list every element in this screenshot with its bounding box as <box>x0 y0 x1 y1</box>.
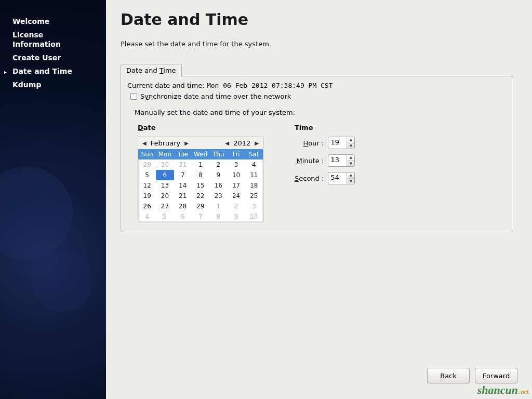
calendar-day-cell[interactable]: 22 <box>192 191 209 201</box>
minute-value[interactable]: 13 <box>328 155 347 166</box>
sync-network-row[interactable]: Synchronize date and time over the netwo… <box>130 92 507 100</box>
calendar-day-cell[interactable]: 25 <box>245 191 263 201</box>
page-title: Date and Time <box>121 10 517 29</box>
calendar-day-cell[interactable]: 18 <box>245 180 263 191</box>
calendar-day-cell[interactable]: 17 <box>227 180 245 191</box>
calendar-day-cell[interactable]: 20 <box>156 191 174 201</box>
main-panel: Date and Time Please set the date and ti… <box>106 0 532 399</box>
calendar-day-cell[interactable]: 6 <box>156 170 174 180</box>
calendar-day-cell[interactable]: 19 <box>138 191 156 201</box>
calendar-dow-cell: Fri <box>227 149 245 159</box>
calendar-day-cell[interactable]: 27 <box>156 201 174 211</box>
calendar-day-cell[interactable]: 29 <box>192 201 209 211</box>
sidebar-item-create-user[interactable]: Create User <box>0 51 106 64</box>
second-up-button[interactable]: ▲ <box>347 172 354 179</box>
calendar-day-cell[interactable]: 5 <box>156 211 174 222</box>
calendar-day-cell[interactable]: 10 <box>227 170 245 180</box>
calendar-header: ◀ February ▶ ◀ 2012 ▶ <box>138 137 263 149</box>
calendar-dow-cell: Wed <box>192 149 209 159</box>
sidebar-item-label: Date and Time <box>12 66 72 76</box>
calendar-day-cell[interactable]: 3 <box>245 201 263 211</box>
next-month-button[interactable]: ▶ <box>183 140 190 146</box>
calendar-grid: 2930311234567891011121314151617181920212… <box>138 159 263 222</box>
date-column: Date ◀ February ▶ ◀ 2012 <box>138 124 263 222</box>
sidebar-item-label: Welcome <box>12 17 49 26</box>
calendar-day-cell[interactable]: 6 <box>174 211 192 222</box>
calendar-day-cell[interactable]: 14 <box>174 180 192 191</box>
calendar-day-cell[interactable]: 2 <box>209 159 227 170</box>
calendar-dow-cell: Thu <box>209 149 227 159</box>
calendar-day-cell[interactable]: 8 <box>209 211 227 222</box>
setup-sidebar: WelcomeLicense InformationCreate User▸Da… <box>0 0 106 399</box>
calendar-year[interactable]: 2012 <box>233 139 250 147</box>
calendar-day-cell[interactable]: 1 <box>192 159 209 170</box>
back-button[interactable]: Back <box>427 368 470 383</box>
watermark-logo: shancun.net <box>477 383 529 397</box>
calendar-month[interactable]: February <box>151 139 181 147</box>
sidebar-item-kdump[interactable]: Kdump <box>0 78 106 91</box>
calendar-day-cell[interactable]: 7 <box>174 170 192 180</box>
manual-set-label: Manually set the date and time of your s… <box>135 109 507 116</box>
sidebar-item-date-and-time[interactable]: ▸Date and Time <box>0 64 106 78</box>
sync-network-checkbox[interactable] <box>130 93 137 100</box>
calendar-day-cell[interactable]: 21 <box>174 191 192 201</box>
time-column: Time Hour : 19 ▲▼ Minute : 13 ▲▼ Second … <box>295 124 355 222</box>
calendar-dow-row: SunMonTueWedThuFriSat <box>138 149 263 159</box>
page-subtitle: Please set the date and time for the sys… <box>121 40 517 48</box>
tab-date-and-time[interactable]: Date and Time <box>121 64 182 76</box>
second-spinner[interactable]: 54 ▲▼ <box>328 172 355 184</box>
calendar-dow-cell: Sat <box>245 149 263 159</box>
calendar-day-cell[interactable]: 12 <box>138 180 156 191</box>
sidebar-item-label: Create User <box>12 53 61 62</box>
minute-up-button[interactable]: ▲ <box>347 155 354 161</box>
calendar: ◀ February ▶ ◀ 2012 ▶ SunMonTueWedThuFri… <box>138 137 263 222</box>
calendar-day-cell[interactable]: 23 <box>209 191 227 201</box>
prev-year-button[interactable]: ◀ <box>224 140 231 146</box>
calendar-day-cell[interactable]: 5 <box>138 170 156 180</box>
calendar-day-cell[interactable]: 11 <box>245 170 263 180</box>
hour-down-button[interactable]: ▼ <box>347 143 354 149</box>
calendar-day-cell[interactable]: 1 <box>209 201 227 211</box>
sidebar-item-label: License Information <box>12 30 61 49</box>
calendar-day-cell[interactable]: 9 <box>209 170 227 180</box>
calendar-day-cell[interactable]: 13 <box>156 180 174 191</box>
second-label: Second : <box>295 175 324 182</box>
calendar-day-cell[interactable]: 30 <box>156 159 174 170</box>
calendar-day-cell[interactable]: 26 <box>138 201 156 211</box>
sidebar-item-license-information[interactable]: License Information <box>0 28 106 51</box>
hour-value[interactable]: 19 <box>328 137 347 149</box>
next-year-button[interactable]: ▶ <box>254 140 260 146</box>
minute-down-button[interactable]: ▼ <box>347 161 354 167</box>
calendar-day-cell[interactable]: 29 <box>138 159 156 170</box>
hour-spinner[interactable]: 19 ▲▼ <box>328 137 355 149</box>
calendar-day-cell[interactable]: 8 <box>192 170 209 180</box>
calendar-dow-cell: Sun <box>138 149 156 159</box>
calendar-day-cell[interactable]: 4 <box>245 159 263 170</box>
calendar-day-cell[interactable]: 24 <box>227 191 245 201</box>
hour-up-button[interactable]: ▲ <box>347 137 354 143</box>
date-heading: Date <box>138 124 263 131</box>
hour-label: Hour : <box>295 139 324 147</box>
calendar-day-cell[interactable]: 9 <box>227 211 245 222</box>
calendar-day-cell[interactable]: 16 <box>209 180 227 191</box>
second-down-button[interactable]: ▼ <box>347 179 354 184</box>
calendar-day-cell[interactable]: 4 <box>138 211 156 222</box>
calendar-day-cell[interactable]: 2 <box>227 201 245 211</box>
sidebar-item-welcome[interactable]: Welcome <box>0 15 106 28</box>
calendar-day-cell[interactable]: 10 <box>245 211 263 222</box>
second-value[interactable]: 54 <box>328 172 347 184</box>
calendar-day-cell[interactable]: 3 <box>227 159 245 170</box>
current-datetime-label: Current date and time: <box>127 82 205 89</box>
calendar-day-cell[interactable]: 28 <box>174 201 192 211</box>
prev-month-button[interactable]: ◀ <box>141 140 148 146</box>
calendar-day-cell[interactable]: 31 <box>174 159 192 170</box>
footer-buttons: Back Forward <box>427 368 517 383</box>
sidebar-item-label: Kdump <box>12 80 41 89</box>
calendar-dow-cell: Mon <box>156 149 174 159</box>
calendar-day-cell[interactable]: 15 <box>192 180 209 191</box>
minute-spinner[interactable]: 13 ▲▼ <box>328 154 355 167</box>
calendar-day-cell[interactable]: 7 <box>192 211 209 222</box>
calendar-dow-cell: Tue <box>174 149 192 159</box>
forward-button[interactable]: Forward <box>475 368 517 383</box>
sync-network-label: Synchronize date and time over the netwo… <box>140 92 291 100</box>
